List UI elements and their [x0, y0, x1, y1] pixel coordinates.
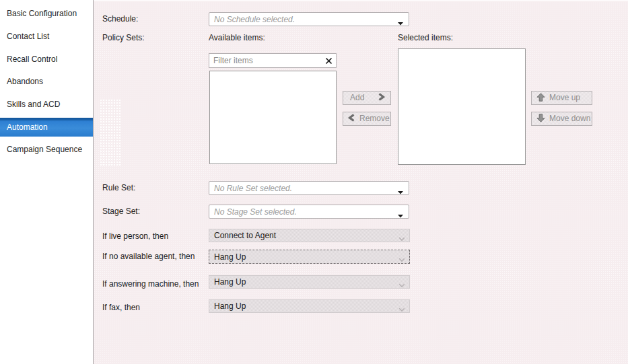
add-button-label: Add — [350, 92, 364, 104]
sidebar-item-recall-control[interactable]: Recall Control — [0, 50, 93, 69]
available-items-list[interactable] — [209, 71, 337, 164]
sidebar-item-campaign-sequence[interactable]: Campaign Sequence — [0, 141, 93, 159]
remove-button[interactable]: Remove — [343, 112, 391, 126]
answering-machine-combobox[interactable]: Hang Up — [209, 275, 410, 289]
add-button[interactable]: Add — [343, 91, 391, 105]
rule-set-dropdown[interactable]: No Rule Set selected. — [209, 181, 409, 195]
chevron-right-icon — [378, 93, 385, 103]
remove-button-label: Remove — [359, 112, 390, 125]
selected-items-label: Selected items: — [398, 33, 453, 42]
fax-combobox[interactable]: Hang Up — [209, 299, 410, 313]
rule-set-label: Rule Set: — [102, 183, 135, 192]
chevron-down-icon — [398, 281, 405, 290]
schedule-label: Schedule: — [102, 14, 138, 24]
sidebar: Basic Configuration Contact List Recall … — [0, 0, 93, 364]
move-down-button-label: Move down — [549, 112, 590, 125]
arrow-down-icon — [536, 114, 545, 124]
automation-settings-screen: Basic Configuration Contact List Recall … — [0, 0, 628, 364]
fax-label: If fax, then — [102, 303, 140, 312]
sidebar-item-automation[interactable]: Automation — [0, 118, 93, 137]
panel-top-edge — [94, 0, 628, 1]
selected-items-list[interactable] — [398, 48, 526, 165]
sidebar-item-skills-and-acd[interactable]: Skills and ACD — [0, 96, 93, 114]
texture-strip — [100, 99, 120, 167]
stage-set-value: No Stage Set selected. — [214, 207, 297, 217]
chevron-down-icon — [398, 305, 405, 314]
available-items-label: Available items: — [209, 33, 265, 42]
stage-set-dropdown[interactable]: No Stage Set selected. — [209, 205, 409, 219]
no-agent-label: If no available agent, then — [102, 252, 195, 261]
clear-x-icon[interactable] — [325, 57, 333, 65]
live-person-combobox[interactable]: Connect to Agent — [209, 229, 410, 242]
move-down-button[interactable]: Move down — [531, 112, 592, 126]
rule-set-value: No Rule Set selected. — [214, 184, 292, 193]
dropdown-arrow-icon — [398, 187, 403, 196]
schedule-dropdown[interactable]: No Schedule selected. — [209, 12, 409, 26]
policy-sets-label: Policy Sets: — [102, 33, 145, 42]
live-person-label: If live person, then — [102, 231, 168, 241]
dropdown-arrow-icon — [398, 18, 403, 28]
chevron-down-icon — [398, 255, 405, 264]
answering-machine-label: If answering machine, then — [102, 279, 199, 289]
no-agent-value: Hang Up — [214, 252, 246, 262]
chevron-down-icon — [398, 234, 405, 244]
arrow-up-icon — [536, 93, 545, 104]
filter-field-wrap — [209, 53, 337, 68]
sidebar-item-abandons[interactable]: Abandons — [0, 73, 93, 91]
fax-value: Hang Up — [214, 301, 246, 311]
stage-set-label: Stage Set: — [102, 207, 140, 216]
move-up-button-label: Move up — [549, 92, 580, 104]
move-up-button[interactable]: Move up — [531, 91, 592, 105]
no-agent-combobox[interactable]: Hang Up — [209, 250, 410, 264]
answering-machine-value: Hang Up — [214, 277, 246, 287]
sidebar-item-basic-configuration[interactable]: Basic Configuration — [0, 5, 93, 23]
chevron-left-icon — [348, 114, 355, 124]
sidebar-item-contact-list[interactable]: Contact List — [0, 28, 93, 46]
dropdown-arrow-icon — [398, 211, 403, 220]
live-person-value: Connect to Agent — [214, 231, 276, 240]
filter-items-input[interactable] — [209, 53, 337, 68]
schedule-value: No Schedule selected. — [214, 15, 295, 24]
